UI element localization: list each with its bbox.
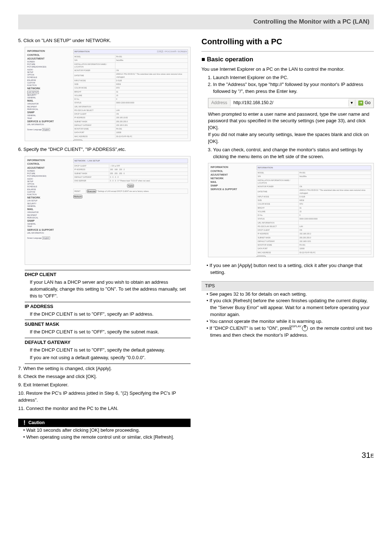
step-10: Restore the PC's IP address jotted in St… <box>18 390 191 404</box>
mini-nav-item: PERIODICAL <box>27 217 72 219</box>
mini-nav-service: SERVICE & SUPPORT <box>211 188 255 191</box>
mini-nav-service: SERVICE & SUPPORT <box>27 120 72 123</box>
step-11: Connect the monitor and the PC to the LA… <box>18 405 191 412</box>
default-gateway-label: DEFAULT GATEWAY <box>25 338 191 346</box>
mini-lang-select[interactable]: English <box>42 237 50 239</box>
mini-nav-item: ORIGINATOR <box>27 211 72 214</box>
mini-nav-item: SECURITY <box>27 94 72 97</box>
right-column: Controlling with a PC Basic operation Yo… <box>201 36 374 441</box>
subnet-mask-label: SUBNET MASK <box>25 320 191 328</box>
mini-nav-item: SETUP <box>27 71 72 74</box>
mini-nav-item: CUSTOM <box>27 191 72 193</box>
step-7: When the setting is changed, click [Appl… <box>18 365 191 372</box>
mini-nav-item: AUDIO <box>27 69 72 71</box>
go-arrow-icon: ➜ <box>358 100 363 106</box>
mini-nav-control: CONTROL <box>211 169 255 173</box>
mini-lang-label: Screen Language <box>27 128 41 131</box>
mini-refresh-button[interactable]: Refresh <box>73 195 82 198</box>
mini-lang-label: Screen Language <box>27 237 41 239</box>
mini-nav-adjustment: ADJUSTMENT <box>211 173 255 177</box>
mini-nav-item: SCHEDULE <box>27 76 72 79</box>
ip-address-desc: If the DHCP CLIENT is set to "OFF", spec… <box>30 311 191 318</box>
mini-nav-item: GENERAL <box>27 97 72 99</box>
mini-nav-item: GENERAL <box>27 114 72 117</box>
mini-nav-item: PICTURE(ADVANCED) <box>27 66 72 68</box>
controlling-title: Controlling with a PC <box>201 36 374 48</box>
mini-reset-label: RESET <box>73 189 86 194</box>
address-label: Address <box>208 100 230 106</box>
mini-nav-item: ENLARGE <box>27 79 72 82</box>
screenshot-right: INFORMATION CONTROL ADJUSTMENT NETWORK M… <box>208 163 374 257</box>
page-number: 31E <box>18 450 374 461</box>
mini-nav-item: RECIPIENT <box>27 214 72 217</box>
mini-panel-title: INFORMATION <box>258 167 273 169</box>
caution-heading: Caution <box>18 419 191 427</box>
mini-nav-snmp: SNMP <box>211 184 255 188</box>
apply-note: If you see an [Apply] button next to a s… <box>207 262 374 276</box>
display-key-label: DISPLAY <box>293 325 301 328</box>
mini-nav-item: GENERAL <box>27 205 72 208</box>
mini-nav-item: PERIODICAL <box>27 108 72 111</box>
mini-nav-item: PICTURE <box>27 172 72 175</box>
go-button[interactable]: ➜ Go <box>355 100 373 106</box>
mini-lang-select[interactable]: English <box>42 128 50 131</box>
left-column: Click on "LAN SETUP" under NETWORK. INFO… <box>18 36 191 441</box>
mini-refresh-button[interactable]: Refresh <box>257 256 266 258</box>
address-dropdown-icon[interactable]: ▾ <box>348 100 355 106</box>
caution-item-2: When operating using the remote control … <box>23 434 191 441</box>
mini-nav-snmp: SNMP <box>27 219 72 223</box>
mini-panel-badge: 日本語 / POCCKИЙ / SCREEN <box>157 50 187 53</box>
address-bar: Address http://192.168.150.2/ ▾ ➜ Go <box>208 98 374 108</box>
ip-address-label: IP ADDRESS <box>25 302 191 310</box>
mini-nav-item: SCREEN <box>27 170 72 172</box>
page-number-suffix: E <box>371 453 374 459</box>
right-step-2: In the "Address" box, type "http://" fol… <box>213 81 374 95</box>
step-5: Click on "LAN SETUP" under NETWORK. <box>18 37 191 44</box>
tip-3: You cannot operate the monitor while it … <box>207 318 374 325</box>
mini-nav-item: URL INFORMATION <box>27 232 72 234</box>
mini-nav-item: SECURITY <box>27 202 72 205</box>
mini-nav-information: INFORMATION <box>27 159 72 162</box>
address-url-input[interactable]: http://192.168.150.2/ <box>230 98 348 108</box>
display-button-icon <box>302 325 308 331</box>
mini-nav-information: INFORMATION <box>27 49 72 53</box>
mini-nav-item: OPTION <box>27 183 72 185</box>
basic-operation-heading: Basic operation <box>201 55 374 64</box>
mini-nav-mail: MAIL <box>27 99 72 103</box>
mini-nav-item: LAN SETUP <box>27 200 72 202</box>
go-label: Go <box>365 100 371 106</box>
page-number-value: 31 <box>362 451 370 460</box>
tip-4: If "DHCP CLIENT" is set to "ON", press D… <box>207 325 374 339</box>
mini-nav-network: NETWORK <box>27 87 72 90</box>
tip-4a-text: If "DHCP CLIENT" is set to "ON", press <box>209 325 293 331</box>
mini-nav-item: OPTION <box>27 74 72 76</box>
mini-nav-lan-setup[interactable]: LAN SETUP <box>27 91 39 94</box>
mini-nav-snmp: SNMP <box>27 111 72 114</box>
after-addr-1: When prompted to enter a user name and p… <box>208 111 374 132</box>
mini-nav-item: PICTURE(ADVANCED) <box>27 175 72 177</box>
mini-nav-item: URL INFORMATION <box>27 123 72 126</box>
mini-nav-information: INFORMATION <box>211 165 255 169</box>
mini-lan-table: DHCP CLIENT○ ON ● OFFIP ADDRESS192 . 168… <box>73 164 188 183</box>
mini-nav-item: SCHEDULE <box>27 185 72 188</box>
mini-info-table: MODELPA-001S/N0a1d99aINSTALLATION INFORM… <box>73 55 188 139</box>
mini-reset-button[interactable]: Execute <box>87 189 96 193</box>
step-9: Exit Internet Explorer. <box>18 382 191 389</box>
step-8: Check the message and click [OK]. <box>18 373 191 380</box>
dhcp-client-label: DHCP CLIENT <box>25 270 191 278</box>
right-step-3: You can check, control, and change the m… <box>213 147 374 160</box>
mini-refresh-button[interactable]: Refresh <box>73 140 82 141</box>
tip-2: If you click [Refresh] before the screen… <box>207 297 374 318</box>
subnet-mask-desc: If the DHCP CLIENT is set to "OFF", spec… <box>30 329 191 336</box>
mini-reset-note: * Settings of LAN except DHCP CLIENT are… <box>97 190 149 192</box>
mini-panel-title: NETWORK - LAN SETUP <box>74 160 100 162</box>
mini-nav-item: TRAP <box>27 117 72 120</box>
mini-nav-item: ENLARGE <box>27 188 72 191</box>
mini-nav-item: AUDIO <box>27 178 72 180</box>
mini-nav-item: TRAP <box>27 225 72 228</box>
mini-apply-button[interactable]: Apply <box>127 184 134 188</box>
screenshot-step5: INFORMATION CONTROL ADJUSTMENT SCREEN PI… <box>25 47 191 141</box>
mini-nav-control: CONTROL <box>27 53 72 57</box>
default-gateway-desc1: If the DHCP CLIENT is set to "OFF", spec… <box>30 347 191 354</box>
mini-panel-title: INFORMATION <box>74 50 90 53</box>
